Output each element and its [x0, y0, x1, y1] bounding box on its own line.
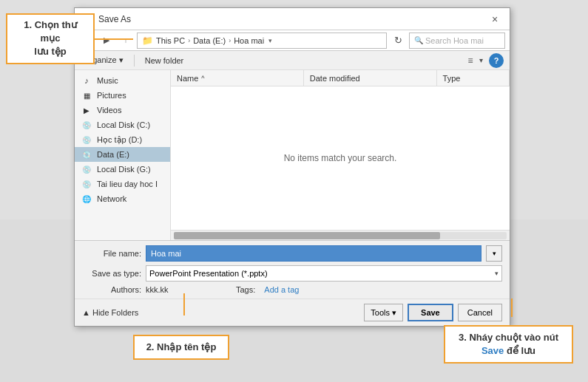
- save-as-dialog: P Save As × ◀ ▶ ↑ 📁 This PC › Data (E:) …: [74, 7, 510, 327]
- authors-value: kkk.kk: [146, 285, 220, 294]
- pictures-icon: ▦: [81, 90, 92, 100]
- nav-label-localg: Local Disk (G:): [97, 165, 151, 174]
- nav-item-tailieu[interactable]: 💿 Tai lieu day hoc I: [75, 177, 170, 191]
- nav-label-datae: Data (E:): [97, 150, 129, 159]
- search-placeholder: Search Hoa mai: [425, 36, 484, 45]
- authors-label: Authors:: [82, 285, 141, 294]
- tags-label: Tags:: [236, 285, 255, 294]
- nav-item-localg[interactable]: 💿 Local Disk (G:): [75, 162, 170, 177]
- toolbar-separator: [134, 55, 135, 66]
- new-folder-button[interactable]: New folder: [142, 55, 187, 66]
- annotation-1: 1. Chọn thư mục lưu tệp: [6, 13, 95, 64]
- disk-d-icon: 💿: [81, 134, 92, 145]
- nav-label-videos: Videos: [97, 106, 121, 115]
- tools-arrow-icon: ▾: [392, 308, 396, 318]
- sort-arrow: ^: [201, 75, 204, 82]
- nav-label-tailieu: Tai lieu day hoc I: [97, 180, 158, 188]
- disk-c-icon: 💿: [81, 120, 92, 130]
- path-icon: 📁: [142, 35, 153, 46]
- hscroll-track: [174, 232, 507, 239]
- nav-label-network: Network: [97, 194, 126, 203]
- view-toggle-button[interactable]: ≡: [463, 53, 478, 68]
- nav-item-datae[interactable]: 💿 Data (E:): [75, 147, 170, 162]
- music-icon: ♪: [81, 75, 92, 86]
- filename-label: File name:: [82, 249, 141, 258]
- disk-e-icon: 💿: [81, 149, 92, 160]
- authors-tags-row: Authors: kkk.kk Tags: Add a tag: [82, 285, 502, 294]
- cancel-button[interactable]: Cancel: [458, 304, 502, 321]
- path-thispc: This PC: [156, 36, 185, 45]
- nav-item-network[interactable]: 🌐 Network: [75, 191, 170, 206]
- nav-item-pictures[interactable]: ▦ Pictures: [75, 88, 170, 103]
- file-list-header: Name ^ Date modified Type: [171, 70, 510, 86]
- savetype-label: Save as type:: [82, 269, 141, 278]
- annotation-3-text-line3: để lưu: [507, 345, 535, 356]
- hscrollbar[interactable]: [171, 230, 510, 240]
- close-button[interactable]: ×: [487, 12, 502, 27]
- savetype-select[interactable]: PowerPoint Presentation (*.pptx) ▾: [146, 265, 502, 282]
- col-name-header[interactable]: Name ^: [171, 70, 304, 86]
- hide-folders-button[interactable]: ▲ Hide Folders: [82, 308, 138, 317]
- nav-item-hoctap[interactable]: 💿 Học tập (D:): [75, 132, 170, 147]
- nav-label-music: Music: [97, 76, 118, 85]
- tools-button[interactable]: Tools ▾: [364, 304, 403, 321]
- search-box[interactable]: 🔍 Search Hoa mai: [409, 33, 505, 49]
- path-datae: Data (E:): [193, 36, 226, 45]
- annotation-3: 3. Nháy chuột vào nút Save để lưu: [444, 325, 573, 364]
- nav-label-localc: Local Disk (C:): [97, 120, 150, 129]
- view-icons-group: ≡ ▾ ?: [463, 53, 504, 68]
- path-chevron: ▾: [268, 37, 272, 44]
- videos-icon: ▶: [81, 105, 92, 115]
- disk-t-icon: 💿: [81, 179, 92, 189]
- filename-row: File name: ▾: [82, 245, 502, 262]
- annotation-2-arrow: [183, 293, 185, 316]
- annotation-3-text-line1: 3. Nháy chuột vào nút: [459, 332, 558, 343]
- nav-item-videos[interactable]: ▶ Videos: [75, 103, 170, 117]
- address-path[interactable]: 📁 This PC › Data (E:) › Hoa mai ▾: [137, 33, 387, 49]
- path-hoamai: Hoa mai: [234, 36, 264, 45]
- dialog-titlebar: P Save As ×: [75, 8, 510, 30]
- annotation-1-arrow-h: [95, 38, 133, 40]
- nav-item-music[interactable]: ♪ Music: [75, 73, 170, 88]
- nav-label-pictures: Pictures: [97, 91, 126, 100]
- dialog-content: ♪ Music ▦ Pictures ▶ Videos 💿 Local Disk…: [75, 70, 510, 240]
- col-type-header[interactable]: Type: [437, 70, 510, 86]
- forward-button[interactable]: ▶: [98, 33, 115, 49]
- hscroll-thumb: [174, 232, 440, 239]
- annotation-1-text: 1. Chọn thư mục lưu tệp: [24, 19, 77, 57]
- network-icon: 🌐: [81, 194, 92, 204]
- file-list: Name ^ Date modified Type No items match…: [171, 70, 510, 240]
- annotation-2: 2. Nhập tên tệp: [133, 335, 229, 360]
- help-button[interactable]: ?: [489, 53, 504, 68]
- annotation-3-save-word: Save: [481, 345, 504, 356]
- disk-g-icon: 💿: [81, 164, 92, 174]
- dialog-title: Save As: [98, 14, 131, 24]
- nav-panel: ♪ Music ▦ Pictures ▶ Videos 💿 Local Disk…: [75, 70, 171, 240]
- annotation-3-arrow: [511, 299, 513, 317]
- add-tag-link[interactable]: Add a tag: [264, 285, 299, 294]
- address-bar: ◀ ▶ ↑ 📁 This PC › Data (E:) › Hoa mai ▾ …: [75, 30, 510, 51]
- toolbar: Organize ▾ New folder ≡ ▾ ?: [75, 51, 510, 70]
- annotation-2-text: 2. Nhập tên tệp: [146, 341, 217, 352]
- form-area: File name: ▾ Save as type: PowerPoint Pr…: [75, 240, 510, 299]
- filename-dropdown-button[interactable]: ▾: [486, 245, 502, 262]
- filename-input[interactable]: [146, 245, 481, 262]
- savetype-value: PowerPoint Presentation (*.pptx): [149, 269, 268, 278]
- file-list-empty: No items match your search.: [171, 86, 510, 230]
- path-sep2: ›: [229, 37, 231, 44]
- up-button[interactable]: ↑: [118, 33, 134, 49]
- save-button[interactable]: Save: [408, 304, 453, 321]
- bottom-bar: ▲ Hide Folders Tools ▾ Save Cancel: [75, 299, 510, 326]
- path-sep1: ›: [188, 37, 190, 44]
- savetype-arrow: ▾: [495, 270, 499, 277]
- nav-item-localc[interactable]: 💿 Local Disk (C:): [75, 117, 170, 132]
- refresh-button[interactable]: ↻: [390, 33, 406, 49]
- savetype-row: Save as type: PowerPoint Presentation (*…: [82, 265, 502, 282]
- nav-label-hoctap: Học tập (D:): [97, 135, 142, 145]
- col-date-header[interactable]: Date modified: [304, 70, 437, 86]
